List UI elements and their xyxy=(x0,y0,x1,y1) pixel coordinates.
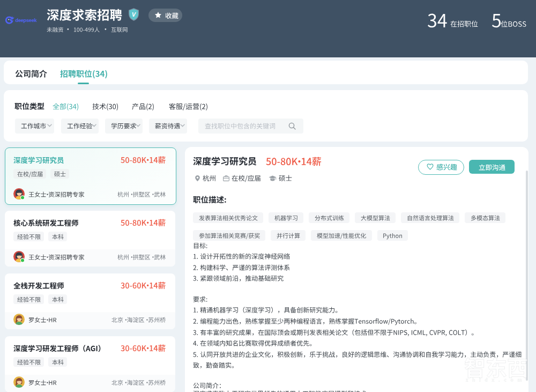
svg-text:deepseek: deepseek xyxy=(16,18,38,23)
